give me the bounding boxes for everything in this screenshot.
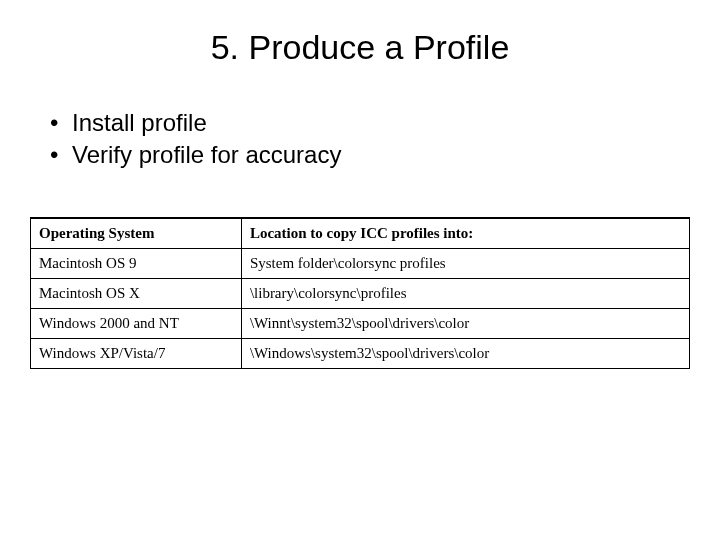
table-cell-location: \Winnt\system32\spool\drivers\color xyxy=(241,308,689,338)
table-cell-os: Macintosh OS X xyxy=(31,278,242,308)
table-cell-location: \Windows\system32\spool\drivers\color xyxy=(241,338,689,368)
profile-table: Operating System Location to copy ICC pr… xyxy=(30,217,690,369)
slide-title: 5. Produce a Profile xyxy=(30,28,690,67)
table-cell-location: \library\colorsync\profiles xyxy=(241,278,689,308)
table-cell-location: System folder\colorsync profiles xyxy=(241,248,689,278)
table-cell-os: Macintosh OS 9 xyxy=(31,248,242,278)
bullet-list: Install profile Verify profile for accur… xyxy=(50,107,690,172)
table-row: Macintosh OS X \library\colorsync\profil… xyxy=(31,278,690,308)
table-row: Windows 2000 and NT \Winnt\system32\spoo… xyxy=(31,308,690,338)
table-cell-os: Windows XP/Vista/7 xyxy=(31,338,242,368)
table-row: Windows XP/Vista/7 \Windows\system32\spo… xyxy=(31,338,690,368)
list-item: Verify profile for accuracy xyxy=(50,139,690,171)
table-row: Macintosh OS 9 System folder\colorsync p… xyxy=(31,248,690,278)
table-header-os: Operating System xyxy=(31,218,242,249)
table-cell-os: Windows 2000 and NT xyxy=(31,308,242,338)
list-item: Install profile xyxy=(50,107,690,139)
table-header-row: Operating System Location to copy ICC pr… xyxy=(31,218,690,249)
profile-table-container: Operating System Location to copy ICC pr… xyxy=(30,217,690,369)
table-header-location: Location to copy ICC profiles into: xyxy=(241,218,689,249)
